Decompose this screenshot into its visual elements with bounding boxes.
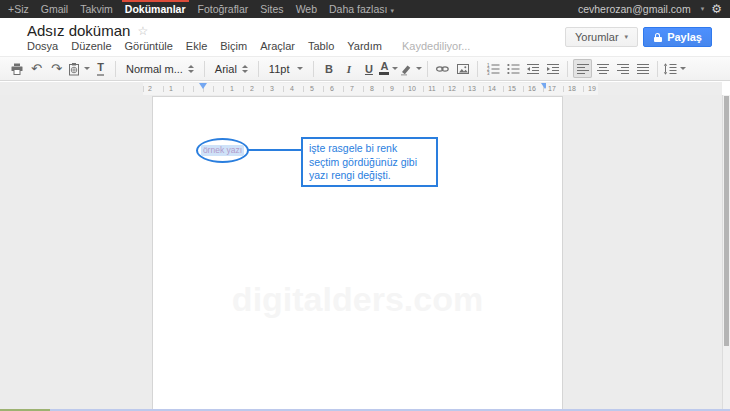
caret-down-icon[interactable]: ▾: [701, 5, 705, 13]
scrollbar-thumb[interactable]: [724, 96, 729, 346]
menu-yard-m[interactable]: Yardım: [347, 40, 382, 52]
increase-indent-button[interactable]: [543, 59, 562, 78]
google-bar-account: cevherozan@gmail.com ▾ ⚙: [578, 0, 722, 18]
select-arrows-icon: [188, 65, 194, 73]
topbar-item-takvim[interactable]: Takvim: [80, 0, 113, 18]
numbered-list-icon: 1 2 3: [486, 62, 500, 76]
bulleted-list-icon: [506, 62, 520, 76]
menu-g-r-nt-le[interactable]: Görüntüle: [125, 40, 173, 52]
annotation-callout: işte rasgele bi renk seçtim gördüğünüz g…: [301, 137, 438, 187]
sample-text: örnek yazı: [201, 145, 244, 156]
line-spacing-button[interactable]: [663, 59, 686, 78]
paint-format-button[interactable]: T: [91, 59, 110, 78]
account-email[interactable]: cevherozan@gmail.com: [578, 3, 691, 15]
google-docs-window: +SizGmailTakvimDokümanlarFotoğraflarSite…: [0, 0, 730, 411]
font-select[interactable]: Arial: [210, 59, 253, 78]
bold-icon: B: [325, 63, 333, 75]
topbar-item-gmail[interactable]: Gmail: [41, 0, 68, 18]
ruler[interactable]: 2112345678910111213141516171819: [143, 83, 597, 95]
highlighter-icon: [399, 62, 413, 76]
topbar-item-daha-fazlas-[interactable]: Daha fazlası▾: [329, 0, 394, 18]
ruler-number: 10: [406, 83, 418, 95]
caret-down-icon: ▾: [625, 33, 629, 41]
indent-icon: [546, 62, 560, 76]
share-button[interactable]: Paylaş: [643, 27, 712, 47]
align-center-button[interactable]: [593, 59, 612, 78]
menu-tablo[interactable]: Tablo: [308, 40, 334, 52]
menu-list: DosyaDüzenleGörüntüleEkleBiçimAraçlarTab…: [27, 40, 382, 52]
menu-dosya[interactable]: Dosya: [27, 40, 58, 52]
font-value: Arial: [215, 63, 237, 75]
ruler-number: 19: [586, 83, 598, 95]
font-size-select[interactable]: 11pt: [264, 59, 309, 78]
annotation-oval: örnek yazı: [196, 138, 249, 163]
topbar-item-+siz[interactable]: +Siz: [8, 0, 29, 18]
lock-icon: [653, 33, 662, 42]
clipboard-icon: [67, 62, 81, 76]
menu-bi-im[interactable]: Biçim: [220, 40, 247, 52]
caret-down-icon: [297, 67, 303, 70]
gear-icon[interactable]: ⚙: [711, 0, 722, 18]
paint-format-icon: T: [97, 61, 104, 76]
italic-icon: I: [347, 63, 351, 75]
topbar-item-sites[interactable]: Sites: [260, 0, 283, 18]
align-right-icon: [616, 62, 630, 76]
ruler-number: 17: [546, 83, 558, 95]
underline-button[interactable]: U: [359, 59, 378, 78]
print-button[interactable]: [7, 59, 26, 78]
ruler-number: 13: [466, 83, 478, 95]
menu-ara-lar[interactable]: Araçlar: [260, 40, 295, 52]
ruler-number: 3: [266, 83, 278, 95]
align-center-icon: [596, 62, 610, 76]
redo-button[interactable]: ↷: [47, 59, 66, 78]
toolbar-separator: [204, 61, 205, 77]
menu-ekle[interactable]: Ekle: [186, 40, 207, 52]
undo-button[interactable]: ↶: [27, 59, 46, 78]
menu-row: DosyaDüzenleGörüntüleEkleBiçimAraçlarTab…: [27, 40, 470, 52]
bold-button[interactable]: B: [319, 59, 338, 78]
comments-button[interactable]: Yorumlar ▾: [565, 27, 638, 47]
document-title[interactable]: Adsız doküman: [27, 22, 130, 39]
decrease-indent-button[interactable]: [523, 59, 542, 78]
google-bar: +SizGmailTakvimDokümanlarFotoğraflarSite…: [0, 0, 730, 18]
ruler-number: 2: [144, 83, 156, 95]
save-status: Kaydediliyor...: [402, 40, 470, 52]
styles-select[interactable]: Normal m...: [121, 59, 199, 78]
text-color-button[interactable]: A: [379, 59, 398, 78]
topbar-item-dok-manlar[interactable]: Dokümanlar: [125, 0, 186, 18]
align-left-icon: [576, 62, 590, 76]
left-indent-marker[interactable]: [199, 83, 207, 89]
document-viewport: digitalders.com örnek yazı işte rasgele …: [0, 95, 730, 411]
styles-value: Normal m...: [126, 63, 183, 75]
title-row: Adsız doküman ☆: [27, 22, 148, 39]
caret-down-icon: [392, 67, 398, 70]
ruler-number: 11: [426, 83, 438, 95]
topbar-item-web[interactable]: Web: [296, 0, 317, 18]
numbered-list-button[interactable]: 1 2 3: [483, 59, 502, 78]
ruler-zone: 2112345678910111213141516171819: [0, 82, 722, 95]
underline-icon: U: [365, 63, 373, 75]
ruler-number: 2: [246, 83, 258, 95]
caret-down-icon: ▾: [390, 7, 394, 14]
ruler-number: 9: [386, 83, 398, 95]
italic-button[interactable]: I: [339, 59, 358, 78]
undo-icon: ↶: [31, 62, 42, 75]
vertical-scrollbar[interactable]: [722, 95, 730, 411]
ruler-number: 6: [326, 83, 338, 95]
redo-icon: ↷: [51, 62, 62, 75]
font-size-value: 11pt: [269, 63, 290, 75]
web-clipboard-button[interactable]: [67, 59, 90, 78]
insert-image-button[interactable]: [453, 59, 472, 78]
ruler-number: 14: [486, 83, 498, 95]
justify-button[interactable]: [633, 59, 652, 78]
topbar-item-foto-raflar[interactable]: Fotoğraflar: [198, 0, 249, 18]
insert-link-button[interactable]: [433, 59, 452, 78]
menu-d-zenle[interactable]: Düzenle: [71, 40, 111, 52]
bulleted-list-button[interactable]: [503, 59, 522, 78]
star-icon[interactable]: ☆: [137, 24, 148, 38]
align-left-button[interactable]: [573, 59, 592, 78]
highlight-color-button[interactable]: [399, 59, 422, 78]
ruler-number: 12: [446, 83, 458, 95]
ruler-number: 1: [165, 83, 177, 95]
align-right-button[interactable]: [613, 59, 632, 78]
